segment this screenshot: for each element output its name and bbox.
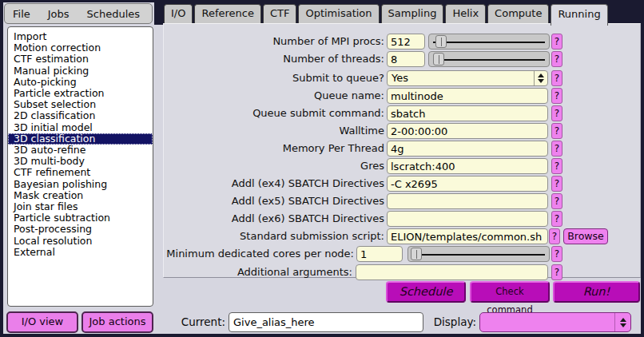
menubar: File Jobs Schedules (4, 3, 153, 24)
sbatch-ex6-input[interactable] (387, 211, 548, 227)
help-button[interactable]: ? (551, 51, 563, 67)
sbatch-ex5-input[interactable] (387, 193, 548, 209)
job-item-import[interactable]: Import (8, 31, 153, 42)
sbatch-ex4-label: Addl (ex4) SBATCH Directives (164, 176, 384, 192)
row-gres: Gres ? (164, 158, 640, 174)
help-button[interactable]: ? (551, 105, 563, 121)
job-item-ctf-estimation[interactable]: CTF estimation (8, 54, 153, 65)
slider-handle[interactable] (433, 53, 444, 65)
gres-input[interactable] (387, 158, 548, 174)
mpi-procs-slider[interactable] (428, 34, 550, 50)
help-button[interactable]: ? (551, 176, 563, 192)
help-button[interactable]: ? (551, 70, 563, 86)
submission-script-input[interactable] (387, 228, 548, 244)
job-item-external[interactable]: External (8, 247, 153, 258)
queue-name-input[interactable] (387, 88, 548, 104)
queue-submit-command-label: Queue submit command: (164, 105, 384, 121)
job-item-ctf-refinement[interactable]: CTF refinement (8, 167, 153, 178)
display-dropdown[interactable] (479, 312, 631, 332)
row-min-cores: Minimum dedicated cores per node: ? (164, 246, 640, 262)
row-mpi-procs: Number of MPI procs: ? (164, 34, 640, 50)
help-button[interactable]: ? (551, 123, 563, 139)
tab-sampling[interactable]: Sampling (381, 4, 444, 23)
row-memory-per-thread: Memory Per Thread ? (164, 141, 640, 157)
threads-label: Number of threads: (164, 51, 384, 67)
updown-arrows-icon (614, 313, 630, 331)
row-queue-submit-command: Queue submit command: ? (164, 105, 640, 121)
help-button[interactable]: ? (549, 228, 560, 244)
submission-script-label: Standard submission script: (164, 228, 384, 244)
mpi-procs-input[interactable] (387, 34, 425, 50)
walltime-input[interactable] (387, 123, 548, 139)
tab-running-active[interactable]: Running (551, 4, 607, 26)
help-button[interactable]: ? (551, 264, 563, 280)
tab-io[interactable]: I/O (164, 4, 193, 23)
job-item-join-star-files[interactable]: Join star files (8, 201, 153, 212)
job-item-3d-initial-model[interactable]: 3D initial model (8, 122, 153, 133)
row-threads: Number of threads: ? (164, 51, 640, 67)
min-cores-label: Minimum dedicated cores per node: (164, 246, 354, 262)
sbatch-ex6-label: Addl (ex6) SBATCH Directives (164, 211, 384, 227)
slider-handle[interactable] (411, 248, 422, 260)
row-queue-name: Queue name: ? (164, 88, 640, 104)
relion-main-window: File Jobs Schedules Import Motion correc… (0, 0, 644, 337)
job-item-auto-picking[interactable]: Auto-picking (8, 77, 153, 88)
job-item-particle-extraction[interactable]: Particle extraction (8, 88, 153, 99)
sbatch-ex4-input[interactable] (387, 176, 548, 192)
menu-jobs[interactable]: Jobs (48, 8, 70, 20)
job-item-2d-classification[interactable]: 2D classification (8, 110, 153, 121)
tab-helix[interactable]: Helix (445, 4, 486, 23)
row-sbatch-ex6: Addl (ex6) SBATCH Directives ? (164, 211, 640, 227)
job-item-mask-creation[interactable]: Mask creation (8, 190, 153, 201)
row-submit-to-queue: Submit to queue? Yes ? (164, 70, 640, 86)
browse-button[interactable]: Browse (563, 228, 608, 244)
threads-input[interactable] (387, 51, 425, 67)
menu-file[interactable]: File (13, 8, 30, 20)
help-button[interactable]: ? (551, 158, 563, 174)
queue-name-label: Queue name: (164, 88, 384, 104)
gres-label: Gres (164, 158, 384, 174)
job-item-3d-auto-refine[interactable]: 3D auto-refine (8, 145, 153, 156)
run-button[interactable]: Run! (553, 281, 640, 303)
min-cores-input[interactable] (356, 246, 403, 262)
job-item-manual-picking[interactable]: Manual picking (8, 65, 153, 77)
job-item-subset-selection[interactable]: Subset selection (8, 99, 153, 110)
queue-submit-command-input[interactable] (387, 105, 548, 121)
threads-slider[interactable] (428, 51, 550, 67)
job-actions-button[interactable]: Job actions (81, 311, 153, 333)
job-item-bayesian-polishing[interactable]: Bayesian polishing (8, 179, 153, 190)
current-alias-input[interactable] (229, 312, 423, 332)
slider-handle[interactable] (435, 35, 447, 48)
help-button[interactable]: ? (551, 88, 563, 104)
job-item-local-resolution[interactable]: Local resolution (8, 236, 153, 247)
job-item-motion-correction[interactable]: Motion correction (8, 42, 153, 54)
additional-arguments-label: Additional arguments: (164, 264, 352, 280)
tab-bar: I/O Reference CTF Optimisation Sampling … (164, 4, 608, 25)
menu-schedules[interactable]: Schedules (87, 8, 141, 20)
tab-compute[interactable]: Compute (487, 4, 549, 23)
row-walltime: Walltime ? (164, 123, 640, 139)
help-button[interactable]: ? (551, 193, 563, 209)
submit-queue-dropdown[interactable]: Yes (387, 70, 548, 86)
help-button[interactable]: ? (551, 34, 563, 50)
help-button[interactable]: ? (551, 141, 563, 157)
tab-optimisation[interactable]: Optimisation (298, 4, 379, 23)
job-item-particle-subtraction[interactable]: Particle subtraction (8, 212, 153, 224)
running-tab-panel: Number of MPI procs: ? Number of threads… (163, 23, 641, 278)
io-view-button[interactable]: I/O view (6, 311, 78, 333)
tab-reference[interactable]: Reference (194, 4, 260, 23)
additional-arguments-input[interactable] (356, 264, 548, 280)
job-item-3d-multi-body[interactable]: 3D multi-body (8, 156, 153, 167)
memory-per-thread-label: Memory Per Thread (164, 141, 384, 157)
schedule-button[interactable]: Schedule (386, 281, 466, 303)
tab-ctf[interactable]: CTF (263, 4, 297, 23)
job-type-browser: Import Motion correction CTF estimation … (7, 26, 153, 307)
memory-per-thread-input[interactable] (387, 141, 548, 157)
min-cores-slider[interactable] (407, 246, 550, 262)
check-command-button[interactable]: Check command (470, 281, 550, 303)
job-item-post-processing[interactable]: Post-processing (8, 224, 153, 235)
help-button[interactable]: ? (551, 211, 563, 227)
row-additional-arguments: Additional arguments: ? (164, 264, 640, 280)
job-item-3d-classification-selected[interactable]: 3D classification (8, 133, 153, 145)
help-button[interactable]: ? (551, 246, 563, 262)
